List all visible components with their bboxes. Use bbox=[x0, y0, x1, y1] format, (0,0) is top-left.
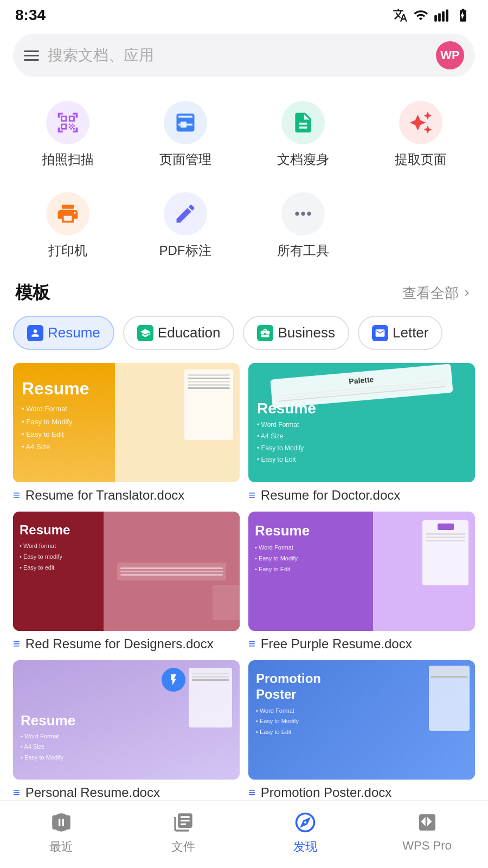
tool-page-manage[interactable]: 页面管理 bbox=[126, 90, 244, 177]
template-name-2: Resume for Doctor.docx bbox=[261, 488, 400, 503]
all-tools-icon bbox=[291, 202, 315, 226]
all-tools-label: 所有工具 bbox=[277, 242, 329, 259]
nav-discover-label: 发现 bbox=[293, 839, 317, 855]
svg-rect-2 bbox=[442, 11, 445, 22]
templates-grid: Resume • Word Format• Easy to Modify• Ea… bbox=[0, 363, 488, 800]
all-tools-icon-wrap bbox=[281, 192, 325, 235]
template-name-3: Red Resume for Designers.docx bbox=[25, 636, 214, 652]
page-manage-label: 页面管理 bbox=[159, 151, 211, 168]
avatar[interactable]: WP bbox=[436, 41, 464, 69]
page-manage-icon-wrap bbox=[164, 101, 207, 144]
menu-button[interactable] bbox=[24, 50, 39, 61]
status-bar: 8:34 bbox=[0, 0, 488, 28]
printer-icon-wrap bbox=[46, 192, 89, 235]
template-name-row-4: ≡ Free Purple Resume.docx bbox=[248, 636, 475, 652]
svg-rect-3 bbox=[446, 10, 448, 22]
nav-wpspro-label: WPS Pro bbox=[402, 839, 451, 853]
template-name-1: Resume for Translator.docx bbox=[25, 488, 184, 503]
education-tab-icon bbox=[137, 325, 153, 341]
svg-rect-0 bbox=[434, 15, 437, 22]
wpspro-icon bbox=[414, 809, 440, 835]
nav-recent[interactable]: 最近 bbox=[34, 809, 88, 855]
pdf-annotate-icon-wrap bbox=[164, 192, 207, 235]
page-manage-icon bbox=[174, 111, 197, 135]
template-thumb-6: PromotionPoster • Word Format• Easy to M… bbox=[248, 660, 475, 780]
template-doc-icon-2: ≡ bbox=[248, 488, 255, 502]
tab-education[interactable]: Education bbox=[123, 316, 235, 350]
files-icon bbox=[170, 809, 196, 835]
tools-row-1: 拍照扫描 页面管理 文档瘦身 提取页面 bbox=[0, 90, 488, 177]
search-bar[interactable]: 搜索文档、应用 WP bbox=[13, 34, 475, 77]
tools-row-2: 打印机 PDF标注 所有工具 bbox=[0, 181, 488, 268]
template-doc-icon-1: ≡ bbox=[13, 488, 20, 502]
bottom-nav: 最近 文件 发现 WPS Pro bbox=[0, 800, 488, 868]
template-card-4[interactable]: Resume • Word Format• Easy to Modify• Ea… bbox=[248, 512, 475, 652]
category-tabs: Resume Education Business Letter bbox=[0, 316, 488, 363]
chevron-right-icon bbox=[461, 287, 473, 299]
business-tab-icon bbox=[257, 325, 273, 341]
printer-icon bbox=[56, 202, 80, 226]
status-time: 8:34 bbox=[15, 7, 46, 24]
extract-page-icon-wrap bbox=[399, 101, 442, 144]
printer-label: 打印机 bbox=[48, 242, 87, 259]
wifi-icon bbox=[412, 8, 429, 23]
template-doc-icon-6: ≡ bbox=[248, 786, 255, 800]
template-doc-icon-5: ≡ bbox=[13, 786, 20, 800]
view-all-button[interactable]: 查看全部 bbox=[402, 284, 473, 303]
tab-resume-label: Resume bbox=[48, 324, 100, 341]
tool-extract-page[interactable]: 提取页面 bbox=[362, 90, 479, 177]
template-name-4: Free Purple Resume.docx bbox=[261, 636, 412, 652]
recent-icon bbox=[48, 809, 74, 835]
premium-badge bbox=[162, 668, 185, 692]
extract-page-icon bbox=[409, 111, 433, 135]
nav-discover[interactable]: 发现 bbox=[278, 809, 332, 855]
translate-icon bbox=[393, 8, 408, 23]
letter-tab-icon bbox=[372, 325, 388, 341]
nav-files[interactable]: 文件 bbox=[156, 809, 210, 855]
template-doc-icon-4: ≡ bbox=[248, 637, 255, 651]
doc-slim-label: 文档瘦身 bbox=[277, 151, 329, 168]
battery-icon bbox=[453, 8, 473, 23]
template-name-row-5: ≡ Personal Resume.docx bbox=[13, 785, 240, 800]
doc-slim-icon bbox=[291, 111, 315, 135]
template-thumb-2: Palette Resume • Word Format• A4 Size• E… bbox=[248, 363, 475, 482]
tab-letter[interactable]: Letter bbox=[358, 316, 443, 350]
template-name-row-3: ≡ Red Resume for Designers.docx bbox=[13, 636, 240, 652]
template-name-5: Personal Resume.docx bbox=[25, 785, 160, 800]
template-card-2[interactable]: Palette Resume • Word Format• A4 Size• E… bbox=[248, 363, 475, 503]
svg-rect-1 bbox=[438, 14, 441, 22]
tab-business[interactable]: Business bbox=[243, 316, 349, 350]
template-thumb-5: Resume • Word Format• A4 Size• Easy to M… bbox=[13, 660, 240, 780]
template-name-6: Promotion Poster.docx bbox=[261, 785, 391, 800]
search-placeholder: 搜索文档、应用 bbox=[48, 45, 427, 66]
template-doc-icon-3: ≡ bbox=[13, 637, 20, 651]
tab-business-label: Business bbox=[278, 324, 335, 341]
template-name-row-6: ≡ Promotion Poster.docx bbox=[248, 785, 475, 800]
template-name-row-1: ≡ Resume for Translator.docx bbox=[13, 488, 240, 503]
template-name-row-2: ≡ Resume for Doctor.docx bbox=[248, 488, 475, 503]
template-thumb-4: Resume • Word Format• Easy to Modify• Ea… bbox=[248, 512, 475, 631]
nav-recent-label: 最近 bbox=[49, 839, 73, 855]
resume-tab-icon bbox=[27, 325, 43, 341]
pdf-annotate-label: PDF标注 bbox=[159, 242, 211, 259]
template-card-3[interactable]: Resume • Word format• Easy to modify• Ea… bbox=[13, 512, 240, 652]
tab-education-label: Education bbox=[158, 324, 221, 341]
tool-printer[interactable]: 打印机 bbox=[9, 181, 126, 268]
scan-icon-wrap bbox=[46, 101, 89, 144]
tab-resume[interactable]: Resume bbox=[13, 316, 114, 350]
signal-icon bbox=[434, 8, 449, 23]
discover-icon bbox=[292, 809, 318, 835]
tool-scan[interactable]: 拍照扫描 bbox=[9, 90, 126, 177]
tool-all-tools[interactable]: 所有工具 bbox=[244, 181, 362, 268]
template-card-6[interactable]: PromotionPoster • Word Format• Easy to M… bbox=[248, 660, 475, 800]
template-card-5[interactable]: Resume • Word Format• A4 Size• Easy to M… bbox=[13, 660, 240, 800]
nav-files-label: 文件 bbox=[171, 839, 195, 855]
extract-page-label: 提取页面 bbox=[395, 151, 447, 168]
template-card-1[interactable]: Resume • Word Format• Easy to Modify• Ea… bbox=[13, 363, 240, 503]
tool-doc-slim[interactable]: 文档瘦身 bbox=[244, 90, 362, 177]
templates-title: 模板 bbox=[15, 281, 50, 305]
tab-letter-label: Letter bbox=[393, 324, 429, 341]
status-icons bbox=[393, 8, 473, 23]
nav-wpspro[interactable]: WPS Pro bbox=[400, 809, 454, 855]
tool-pdf-annotate[interactable]: PDF标注 bbox=[126, 181, 244, 268]
